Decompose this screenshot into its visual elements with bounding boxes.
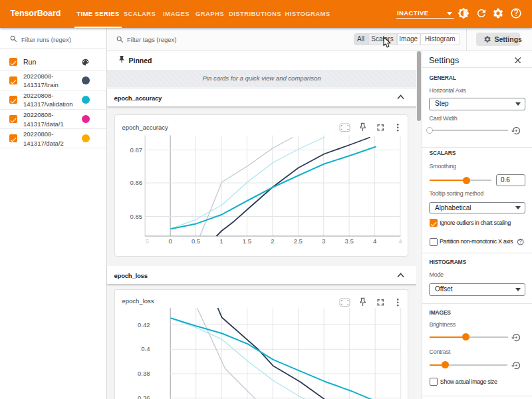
svg-text:0.42: 0.42	[138, 321, 150, 328]
svg-text:4: 4	[398, 237, 402, 244]
svg-text:0.86: 0.86	[130, 179, 142, 186]
svg-text:3.5: 3.5	[344, 237, 353, 244]
svg-text:0.5: 0.5	[191, 237, 200, 244]
svg-text:2.5: 2.5	[293, 237, 302, 244]
svg-text:1: 1	[219, 237, 223, 244]
svg-text:0: 0	[168, 237, 172, 244]
svg-text:0.87: 0.87	[130, 146, 142, 153]
svg-text:0.36: 0.36	[138, 394, 150, 399]
svg-text:0.38: 0.38	[138, 370, 150, 377]
svg-text:4: 4	[372, 237, 376, 244]
svg-text:3: 3	[322, 237, 325, 244]
svg-text:0.85: 0.85	[130, 212, 142, 219]
svg-text:2: 2	[271, 237, 274, 244]
svg-text:0.4: 0.4	[141, 345, 150, 352]
svg-text:1.5: 1.5	[242, 237, 251, 244]
svg-text:5: 5	[145, 237, 148, 244]
